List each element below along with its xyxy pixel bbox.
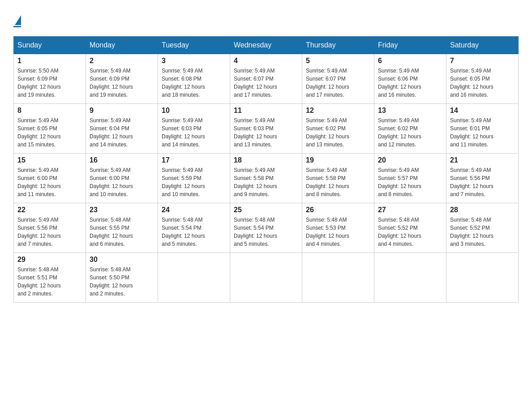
calendar-day-cell: 17 Sunrise: 5:49 AM Sunset: 5:59 PM Dayl… [158,154,230,203]
day-number: 14 [450,107,515,115]
calendar-day-cell: 11 Sunrise: 5:49 AM Sunset: 6:03 PM Dayl… [230,104,302,154]
calendar-day-cell: 18 Sunrise: 5:49 AM Sunset: 5:58 PM Dayl… [230,154,302,203]
day-info: Sunrise: 5:49 AM Sunset: 6:05 PM Dayligh… [17,116,82,149]
calendar-day-cell: 7 Sunrise: 5:49 AM Sunset: 6:05 PM Dayli… [446,54,519,104]
logo [13,13,21,27]
calendar-week-row: 1 Sunrise: 5:50 AM Sunset: 6:09 PM Dayli… [14,54,519,104]
calendar-day-cell: 16 Sunrise: 5:49 AM Sunset: 6:00 PM Dayl… [86,154,158,203]
calendar-day-cell: 9 Sunrise: 5:49 AM Sunset: 6:04 PM Dayli… [86,104,158,154]
day-number: 18 [234,156,298,164]
day-number: 13 [378,107,442,115]
day-number: 9 [90,107,154,115]
day-number: 3 [162,57,226,65]
calendar-day-cell: 28 Sunrise: 5:48 AM Sunset: 5:52 PM Dayl… [446,203,519,253]
weekday-header-row: SundayMondayTuesdayWednesdayThursdayFrid… [14,37,519,54]
day-number: 11 [234,107,298,115]
calendar-day-cell: 12 Sunrise: 5:49 AM Sunset: 6:02 PM Dayl… [302,104,374,154]
day-number: 25 [234,206,298,214]
calendar-day-cell: 19 Sunrise: 5:49 AM Sunset: 5:58 PM Dayl… [302,154,374,203]
day-number: 28 [450,206,515,214]
calendar-day-cell: 21 Sunrise: 5:49 AM Sunset: 5:56 PM Dayl… [446,154,519,203]
calendar-day-cell: 4 Sunrise: 5:49 AM Sunset: 6:07 PM Dayli… [230,54,302,104]
day-info: Sunrise: 5:49 AM Sunset: 6:07 PM Dayligh… [234,67,298,99]
day-info: Sunrise: 5:49 AM Sunset: 6:00 PM Dayligh… [17,166,82,198]
day-number: 17 [162,156,226,164]
calendar-week-row: 8 Sunrise: 5:49 AM Sunset: 6:05 PM Dayli… [14,104,519,154]
day-number: 8 [17,107,82,115]
calendar-day-cell: 22 Sunrise: 5:49 AM Sunset: 5:56 PM Dayl… [14,203,86,253]
day-number: 24 [162,206,226,214]
weekday-header-friday: Friday [374,37,446,54]
calendar-day-cell: 6 Sunrise: 5:49 AM Sunset: 6:06 PM Dayli… [374,54,446,104]
weekday-header-sunday: Sunday [14,37,86,54]
calendar-week-row: 29 Sunrise: 5:48 AM Sunset: 5:51 PM Dayl… [14,253,519,303]
day-number: 1 [17,57,82,65]
day-info: Sunrise: 5:48 AM Sunset: 5:50 PM Dayligh… [90,265,154,298]
calendar-day-cell [230,253,302,303]
calendar-day-cell: 30 Sunrise: 5:48 AM Sunset: 5:50 PM Dayl… [86,253,158,303]
calendar-day-cell: 26 Sunrise: 5:48 AM Sunset: 5:53 PM Dayl… [302,203,374,253]
day-info: Sunrise: 5:49 AM Sunset: 6:05 PM Dayligh… [450,67,515,99]
logo-triangle-icon [15,15,21,25]
day-number: 5 [306,57,370,65]
day-number: 22 [17,206,82,214]
calendar-day-cell [302,253,374,303]
day-info: Sunrise: 5:48 AM Sunset: 5:52 PM Dayligh… [378,216,442,248]
weekday-header-thursday: Thursday [302,37,374,54]
day-number: 27 [378,206,442,214]
calendar-day-cell: 5 Sunrise: 5:49 AM Sunset: 6:07 PM Dayli… [302,54,374,104]
day-info: Sunrise: 5:48 AM Sunset: 5:52 PM Dayligh… [450,216,515,248]
calendar-day-cell: 2 Sunrise: 5:49 AM Sunset: 6:09 PM Dayli… [86,54,158,104]
calendar-day-cell: 23 Sunrise: 5:48 AM Sunset: 5:55 PM Dayl… [86,203,158,253]
calendar-day-cell: 27 Sunrise: 5:48 AM Sunset: 5:52 PM Dayl… [374,203,446,253]
day-info: Sunrise: 5:48 AM Sunset: 5:54 PM Dayligh… [162,216,226,248]
calendar-day-cell: 25 Sunrise: 5:48 AM Sunset: 5:54 PM Dayl… [230,203,302,253]
day-info: Sunrise: 5:48 AM Sunset: 5:54 PM Dayligh… [234,216,298,248]
day-info: Sunrise: 5:49 AM Sunset: 6:06 PM Dayligh… [378,67,442,99]
calendar-day-cell [374,253,446,303]
day-info: Sunrise: 5:50 AM Sunset: 6:09 PM Dayligh… [17,67,82,99]
calendar-day-cell: 1 Sunrise: 5:50 AM Sunset: 6:09 PM Dayli… [14,54,86,104]
calendar-table: SundayMondayTuesdayWednesdayThursdayFrid… [13,36,519,303]
day-info: Sunrise: 5:48 AM Sunset: 5:53 PM Dayligh… [306,216,370,248]
day-info: Sunrise: 5:49 AM Sunset: 5:56 PM Dayligh… [17,216,82,248]
day-number: 2 [90,57,154,65]
day-info: Sunrise: 5:49 AM Sunset: 6:04 PM Dayligh… [90,116,154,149]
day-info: Sunrise: 5:48 AM Sunset: 5:55 PM Dayligh… [90,216,154,248]
day-number: 7 [450,57,515,65]
calendar-day-cell: 15 Sunrise: 5:49 AM Sunset: 6:00 PM Dayl… [14,154,86,203]
day-info: Sunrise: 5:49 AM Sunset: 6:08 PM Dayligh… [162,67,226,99]
day-info: Sunrise: 5:49 AM Sunset: 5:58 PM Dayligh… [306,166,370,198]
page-header [13,13,519,27]
day-info: Sunrise: 5:49 AM Sunset: 6:07 PM Dayligh… [306,67,370,99]
day-info: Sunrise: 5:49 AM Sunset: 6:00 PM Dayligh… [90,166,154,198]
weekday-header-monday: Monday [86,37,158,54]
day-info: Sunrise: 5:49 AM Sunset: 5:58 PM Dayligh… [234,166,298,198]
logo-underline [13,26,21,27]
day-number: 19 [306,156,370,164]
calendar-week-row: 15 Sunrise: 5:49 AM Sunset: 6:00 PM Dayl… [14,154,519,203]
calendar-day-cell: 14 Sunrise: 5:49 AM Sunset: 6:01 PM Dayl… [446,104,519,154]
calendar-day-cell [158,253,230,303]
day-number: 23 [90,206,154,214]
calendar-day-cell [446,253,519,303]
day-info: Sunrise: 5:49 AM Sunset: 6:03 PM Dayligh… [234,116,298,149]
day-number: 21 [450,156,515,164]
day-info: Sunrise: 5:49 AM Sunset: 6:02 PM Dayligh… [378,116,442,149]
calendar-day-cell: 13 Sunrise: 5:49 AM Sunset: 6:02 PM Dayl… [374,104,446,154]
day-number: 30 [90,256,154,264]
day-info: Sunrise: 5:49 AM Sunset: 6:03 PM Dayligh… [162,116,226,149]
day-number: 6 [378,57,442,65]
calendar-day-cell: 29 Sunrise: 5:48 AM Sunset: 5:51 PM Dayl… [14,253,86,303]
weekday-header-tuesday: Tuesday [158,37,230,54]
day-number: 4 [234,57,298,65]
calendar-day-cell: 8 Sunrise: 5:49 AM Sunset: 6:05 PM Dayli… [14,104,86,154]
day-number: 12 [306,107,370,115]
calendar-week-row: 22 Sunrise: 5:49 AM Sunset: 5:56 PM Dayl… [14,203,519,253]
weekday-header-wednesday: Wednesday [230,37,302,54]
calendar-day-cell: 20 Sunrise: 5:49 AM Sunset: 5:57 PM Dayl… [374,154,446,203]
day-info: Sunrise: 5:48 AM Sunset: 5:51 PM Dayligh… [17,265,82,298]
day-info: Sunrise: 5:49 AM Sunset: 5:59 PM Dayligh… [162,166,226,198]
day-number: 15 [17,156,82,164]
calendar-day-cell: 10 Sunrise: 5:49 AM Sunset: 6:03 PM Dayl… [158,104,230,154]
